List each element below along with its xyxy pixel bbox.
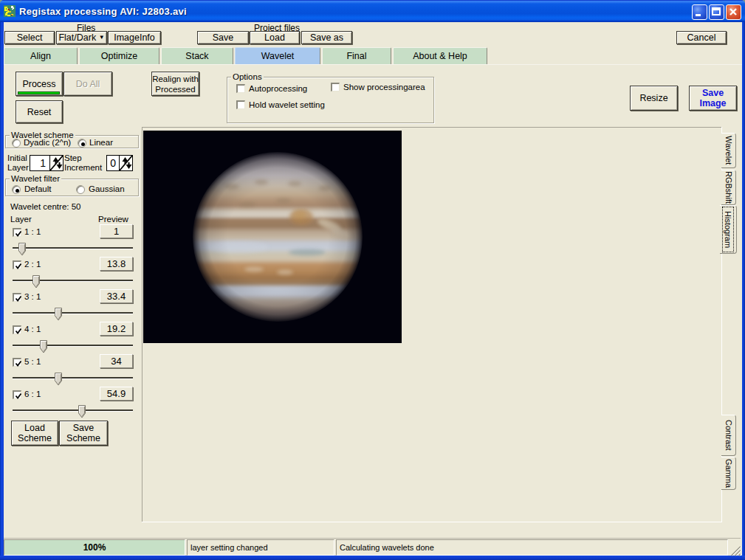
svg-text:1: 1 bbox=[40, 157, 46, 169]
svg-text:0: 0 bbox=[110, 157, 116, 169]
